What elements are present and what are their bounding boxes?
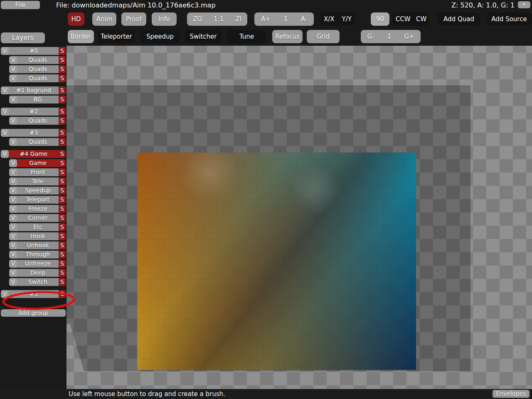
- solo-button[interactable]: S: [59, 65, 66, 73]
- flip-y-button[interactable]: Y/Y: [342, 12, 352, 26]
- visibility-toggle-button[interactable]: V: [1, 129, 9, 137]
- solo-button[interactable]: S: [59, 96, 66, 103]
- visibility-toggle-button[interactable]: V: [9, 251, 17, 259]
- solo-button[interactable]: S: [59, 138, 66, 146]
- visibility-toggle-button[interactable]: V: [9, 117, 17, 125]
- close-icon[interactable]: ✕: [518, 1, 530, 8]
- layer-row[interactable]: VQuadsS: [9, 74, 66, 82]
- visibility-toggle-button[interactable]: V: [9, 232, 17, 240]
- layer-row[interactable]: VGameS: [9, 159, 66, 167]
- envelopes-button[interactable]: Envelopes: [493, 390, 530, 398]
- visibility-toggle-button[interactable]: V: [9, 205, 17, 213]
- grid-toggle-button[interactable]: Grid: [307, 30, 340, 43]
- visibility-toggle-button[interactable]: V: [9, 65, 17, 73]
- solo-button[interactable]: S: [59, 232, 66, 240]
- flip-x-button[interactable]: X/X: [324, 12, 335, 26]
- anim-speed-down-button[interactable]: A-: [301, 12, 307, 26]
- visibility-toggle-button[interactable]: V: [1, 86, 9, 94]
- tune-button[interactable]: Tune: [227, 30, 266, 43]
- gradient-quad[interactable]: [137, 153, 416, 370]
- rotate-ccw-button[interactable]: CCW: [396, 12, 411, 26]
- solo-button[interactable]: S: [59, 251, 66, 259]
- layer-row[interactable]: VUnhookS: [9, 241, 66, 249]
- anim-toggle-button[interactable]: Anim: [92, 12, 116, 26]
- zoom-reset-button[interactable]: 1:1: [214, 12, 224, 26]
- group-row[interactable]: V#3S: [1, 129, 66, 137]
- layer-row[interactable]: VQuadsS: [9, 138, 66, 146]
- layer-row[interactable]: VSwitchS: [9, 278, 66, 286]
- hd-toggle-button[interactable]: HD: [68, 12, 84, 26]
- visibility-toggle-button[interactable]: V: [9, 260, 17, 268]
- solo-button[interactable]: S: [59, 223, 66, 231]
- rotate-cw-button[interactable]: CW: [416, 12, 426, 26]
- visibility-toggle-button[interactable]: V: [9, 223, 17, 231]
- visibility-toggle-button[interactable]: V: [9, 138, 17, 146]
- layer-row[interactable]: VQuadsS: [9, 56, 66, 64]
- solo-button[interactable]: S: [59, 196, 66, 204]
- visibility-toggle-button[interactable]: V: [1, 150, 9, 158]
- file-menu-button[interactable]: File: [1, 1, 40, 9]
- solo-button[interactable]: S: [59, 159, 66, 167]
- solo-button[interactable]: S: [59, 187, 66, 195]
- solo-button[interactable]: S: [59, 269, 66, 277]
- map-canvas[interactable]: [66, 46, 532, 389]
- visibility-toggle-button[interactable]: V: [9, 241, 17, 249]
- add-group-button[interactable]: Add group: [1, 309, 66, 317]
- group-row[interactable]: V#0S: [1, 47, 66, 55]
- refocus-button[interactable]: Refocus: [272, 30, 303, 43]
- add-quad-button[interactable]: Add Quad: [438, 12, 480, 26]
- visibility-toggle-button[interactable]: V: [9, 168, 17, 176]
- layer-row[interactable]: VDeepS: [9, 269, 66, 277]
- solo-button[interactable]: S: [59, 290, 66, 298]
- visibility-toggle-button[interactable]: V: [9, 177, 17, 185]
- solo-button[interactable]: S: [59, 177, 66, 185]
- visibility-toggle-button[interactable]: V: [9, 56, 17, 64]
- visibility-toggle-button[interactable]: V: [9, 187, 17, 195]
- layer-row[interactable]: VQuadsS: [9, 117, 66, 125]
- visibility-toggle-button[interactable]: V: [1, 47, 9, 55]
- add-source-button[interactable]: Add Source: [486, 12, 532, 26]
- visibility-toggle-button[interactable]: V: [1, 108, 9, 116]
- layer-row[interactable]: VFreezeS: [9, 205, 66, 213]
- solo-button[interactable]: S: [59, 129, 66, 137]
- solo-button[interactable]: S: [59, 205, 66, 213]
- grid-size-decrease-button[interactable]: G-: [367, 30, 374, 43]
- solo-button[interactable]: S: [59, 260, 66, 268]
- group-row[interactable]: V#2S: [1, 108, 66, 116]
- layer-row[interactable]: VTeleportS: [9, 196, 66, 204]
- switcher-button[interactable]: Switcher: [185, 30, 222, 43]
- info-toggle-button[interactable]: Info: [152, 12, 177, 26]
- layer-row[interactable]: VEtcS: [9, 223, 66, 231]
- layer-row[interactable]: VThroughS: [9, 251, 66, 259]
- solo-button[interactable]: S: [59, 168, 66, 176]
- visibility-toggle-button[interactable]: V: [9, 214, 17, 222]
- solo-button[interactable]: S: [59, 47, 66, 55]
- visibility-toggle-button[interactable]: V: [1, 290, 9, 298]
- layer-row[interactable]: VSpeedupS: [9, 187, 66, 195]
- grid-size-increase-button[interactable]: G+: [404, 30, 414, 43]
- zoom-out-button[interactable]: ZO: [193, 12, 202, 26]
- layer-row[interactable]: VQuadsS: [9, 65, 66, 73]
- speedup-button[interactable]: Speedup: [140, 30, 180, 43]
- border-button[interactable]: Border: [68, 30, 94, 43]
- anim-speed-up-button[interactable]: A+: [261, 12, 271, 26]
- solo-button[interactable]: S: [59, 86, 66, 94]
- layer-row[interactable]: VCornerS: [9, 214, 66, 222]
- solo-button[interactable]: S: [59, 241, 66, 249]
- proof-toggle-button[interactable]: Proof: [121, 12, 146, 26]
- solo-button[interactable]: S: [59, 150, 66, 158]
- solo-button[interactable]: S: [59, 214, 66, 222]
- visibility-toggle-button[interactable]: V: [9, 159, 17, 167]
- rotate-amount-button[interactable]: 90: [371, 12, 389, 26]
- layer-row[interactable]: VTeleS: [9, 177, 66, 185]
- layer-row[interactable]: VFrontS: [9, 168, 66, 176]
- visibility-toggle-button[interactable]: V: [9, 96, 17, 103]
- group-row[interactable]: V#4 GameS: [1, 150, 66, 158]
- group-row[interactable]: V#5S: [1, 290, 66, 298]
- layer-row[interactable]: VBGS: [9, 96, 66, 103]
- visibility-toggle-button[interactable]: V: [9, 196, 17, 204]
- visibility-toggle-button[interactable]: V: [9, 74, 17, 82]
- group-row[interactable]: V#1 bagrundS: [1, 86, 66, 94]
- solo-button[interactable]: S: [59, 74, 66, 82]
- solo-button[interactable]: S: [59, 117, 66, 125]
